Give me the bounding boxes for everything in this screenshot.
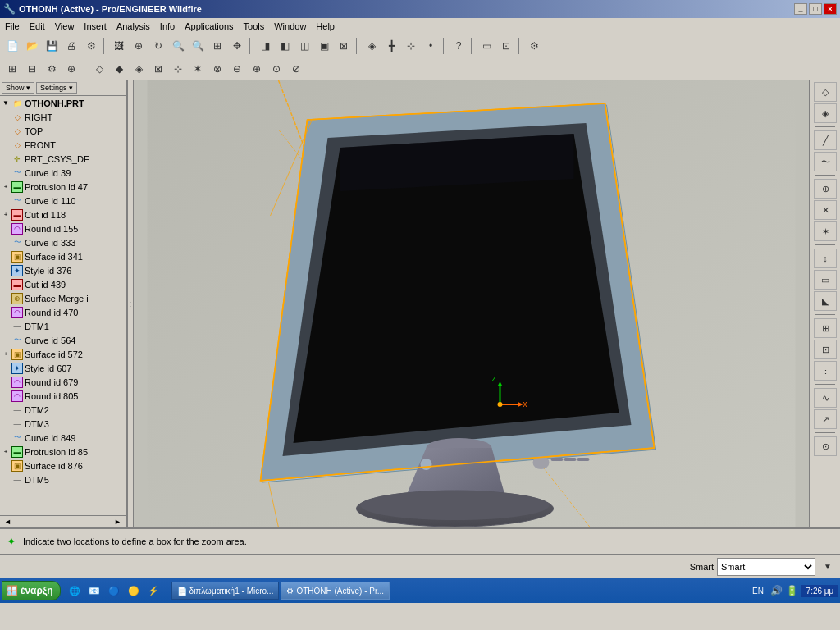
smart-select-dropdown[interactable]: Smart Geometry Feature Quilt Datum <box>717 558 815 576</box>
tree-item[interactable]: +—DTM3 <box>0 417 126 431</box>
rt-btn11[interactable]: ⊞ <box>814 318 837 338</box>
rt-btn5[interactable]: ⊕ <box>814 179 837 199</box>
tree-item[interactable]: +〜Curve id 39 <box>0 166 126 180</box>
quicklaunch-4[interactable]: 🟡 <box>125 582 143 600</box>
tb2-btn3[interactable]: ⚙ <box>43 60 61 78</box>
menu-analysis[interactable]: Analysis <box>112 20 155 33</box>
tb-axis[interactable]: ╋ <box>382 37 400 55</box>
quicklaunch-2[interactable]: 📧 <box>85 582 103 600</box>
tb2-btn15[interactable]: ⊘ <box>287 60 305 78</box>
menu-info[interactable]: Info <box>155 20 180 33</box>
tree-item[interactable]: +◇RIGHT <box>0 110 126 124</box>
rt-btn1[interactable]: ◇ <box>814 82 837 102</box>
tb-shade[interactable]: ◨ <box>256 37 274 55</box>
menu-edit[interactable]: Edit <box>25 20 50 33</box>
menu-tools[interactable]: Tools <box>239 20 270 33</box>
rt-btn13[interactable]: ⋮ <box>814 361 837 381</box>
tree-item[interactable]: +〜Curve id 849 <box>0 431 126 445</box>
rt-btn8[interactable]: ↕ <box>814 249 837 268</box>
tree-item[interactable]: +〜Curve id 564 <box>0 333 126 347</box>
tree-root[interactable]: ▼ 📁 OTHONH.PRT <box>0 96 126 110</box>
tb2-btn2[interactable]: ⊟ <box>23 60 41 78</box>
tb-zoom-out[interactable]: 🔍 <box>189 37 207 55</box>
tb-wire[interactable]: ◧ <box>276 37 294 55</box>
tree-item[interactable]: +〜Curve id 110 <box>0 194 126 208</box>
print-button[interactable]: 🖨 <box>62 37 80 55</box>
tb-zoom-fit[interactable]: ⊞ <box>208 37 226 55</box>
tb-btn5[interactable]: ⚙ <box>82 37 100 55</box>
tree-item[interactable]: +〜Curve id 333 <box>0 235 126 249</box>
menu-window[interactable]: Window <box>269 20 311 33</box>
tree-item[interactable]: +—DTM5 <box>0 472 126 486</box>
tree-expand-icon[interactable]: + <box>2 448 10 456</box>
tree-item[interactable]: +✦Style id 376 <box>0 263 126 277</box>
tb-pts[interactable]: • <box>422 37 440 55</box>
tree-item[interactable]: +⊕Surface Merge i <box>0 291 126 305</box>
quicklaunch-5[interactable]: ⚡ <box>144 582 162 600</box>
rt-btn6[interactable]: ✕ <box>814 200 837 220</box>
minimize-button[interactable]: _ <box>794 3 807 15</box>
tb2-btn6[interactable]: ◆ <box>110 60 128 78</box>
tb2-btn8[interactable]: ⊠ <box>149 60 167 78</box>
tb-sel1[interactable]: ▭ <box>477 37 495 55</box>
tb2-btn10[interactable]: ✶ <box>189 60 207 78</box>
tb-rotate[interactable]: ↻ <box>149 37 167 55</box>
tb-pan[interactable]: ✥ <box>228 37 246 55</box>
tree-item[interactable]: +✦Style id 607 <box>0 361 126 375</box>
rt-btn3[interactable]: ╱ <box>814 130 837 150</box>
tree-item[interactable]: +▬Protrusion id 47 <box>0 180 126 194</box>
tree-item[interactable]: +▣Surface id 341 <box>0 249 126 263</box>
viewport[interactable]: x z <box>134 80 809 527</box>
panel-splitter[interactable]: ⋮ <box>127 80 134 527</box>
rt-btn9[interactable]: ▭ <box>814 270 837 290</box>
tree-item[interactable]: +▣Surface id 572 <box>0 347 126 361</box>
menu-help[interactable]: Help <box>311 20 340 33</box>
tb2-btn14[interactable]: ⊙ <box>267 60 285 78</box>
rt-btn15[interactable]: ↗ <box>814 409 837 429</box>
tb-extra[interactable]: ⚙ <box>525 37 543 55</box>
tree-item[interactable]: +◠Round id 805 <box>0 389 126 403</box>
tb2-btn12[interactable]: ⊖ <box>228 60 246 78</box>
rt-btn10[interactable]: ◣ <box>814 291 837 311</box>
quicklaunch-1[interactable]: 🌐 <box>66 582 84 600</box>
open-button[interactable]: 📂 <box>23 37 41 55</box>
tree-item[interactable]: +▣Surface id 876 <box>0 459 126 472</box>
tree-expand-icon[interactable]: + <box>2 211 10 219</box>
scroll-down-btn[interactable]: ▼ <box>819 558 837 576</box>
root-expand-icon[interactable]: ▼ <box>2 99 10 107</box>
tree-expand-icon[interactable]: + <box>2 350 10 358</box>
taskbar-item-proengineer[interactable]: ⚙ OTHONH (Active) - Pr... <box>281 582 390 600</box>
close-button[interactable]: × <box>824 3 837 15</box>
taskbar-item-word[interactable]: 📄 διπλωματική1 - Micro... <box>171 582 280 600</box>
save-button[interactable]: 💾 <box>43 37 61 55</box>
tb-csys[interactable]: ⊹ <box>402 37 420 55</box>
tb-view1[interactable]: ▣ <box>315 37 333 55</box>
tree-item[interactable]: +▬Protrusion id 85 <box>0 445 126 459</box>
tree-item[interactable]: +—DTM2 <box>0 403 126 417</box>
tb-zoom-in[interactable]: 🔍 <box>169 37 187 55</box>
menu-view[interactable]: View <box>50 20 80 33</box>
tree-item[interactable]: +◠Round id 155 <box>0 221 126 235</box>
tb2-btn7[interactable]: ◈ <box>130 60 148 78</box>
tree-expand-icon[interactable]: + <box>2 183 10 191</box>
model-tree[interactable]: ▼ 📁 OTHONH.PRT +◇RIGHT+◇TOP+◇FRONT+✛PRT_… <box>0 96 126 515</box>
tree-show-button[interactable]: Show ▾ <box>2 82 34 94</box>
tb2-btn9[interactable]: ⊹ <box>169 60 187 78</box>
tb2-btn5[interactable]: ◇ <box>90 60 108 78</box>
tb-repaint[interactable]: 🖼 <box>110 37 128 55</box>
tree-scroll-right[interactable]: ► <box>111 517 125 527</box>
tb2-btn1[interactable]: ⊞ <box>3 60 21 78</box>
menu-insert[interactable]: Insert <box>79 20 112 33</box>
rt-btn16[interactable]: ⊙ <box>814 436 837 456</box>
rt-btn12[interactable]: ⊡ <box>814 340 837 359</box>
tb-help[interactable]: ? <box>450 37 468 55</box>
rt-btn4[interactable]: 〜 <box>814 152 837 171</box>
tree-item[interactable]: +▬Cut id 439 <box>0 277 126 291</box>
tree-scroll-left[interactable]: ◄ <box>1 517 15 527</box>
tb2-btn13[interactable]: ⊕ <box>248 60 266 78</box>
new-button[interactable]: 📄 <box>3 37 21 55</box>
tb-datum[interactable]: ◈ <box>363 37 381 55</box>
rt-btn7[interactable]: ✶ <box>814 221 837 241</box>
menu-file[interactable]: File <box>0 20 25 33</box>
quicklaunch-3[interactable]: 🔵 <box>105 582 123 600</box>
